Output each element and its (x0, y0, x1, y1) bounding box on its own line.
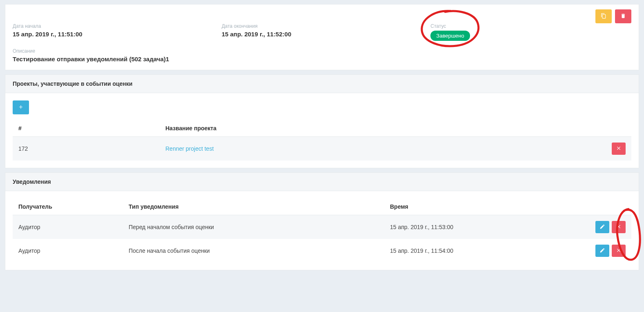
delete-button[interactable] (615, 9, 631, 23)
copy-icon (601, 13, 606, 20)
edit-notification-button[interactable] (595, 245, 609, 257)
trash-icon (620, 13, 626, 20)
notif-col-recipient: Получатель (13, 198, 123, 215)
projects-panel-title: Проекты, участвующие в событии оценки (5, 75, 639, 93)
end-date-label: Дата окончания (222, 23, 423, 29)
pencil-icon (599, 247, 605, 254)
notif-time: 15 апр. 2019 г., 11:54:00 (384, 239, 590, 263)
remove-notification-button[interactable] (612, 221, 626, 233)
notif-col-time: Время (384, 198, 590, 215)
table-row: АудиторПосле начала события оценки15 апр… (13, 239, 631, 263)
end-date-value: 15 апр. 2019 г., 11:52:00 (222, 31, 423, 38)
close-icon (616, 224, 622, 231)
table-row: АудиторПеред началом события оценки15 ап… (13, 215, 631, 239)
notif-type: Перед началом события оценки (123, 215, 384, 239)
project-num: 172 (13, 137, 160, 161)
plus-icon (18, 104, 24, 111)
remove-project-button[interactable] (612, 143, 626, 155)
pencil-icon (599, 224, 605, 231)
start-date-value: 15 апр. 2019 г., 11:51:00 (13, 31, 214, 38)
notifications-panel: Уведомления Получатель Тип уведомления В… (5, 172, 639, 270)
notifications-panel-title: Уведомления (5, 173, 639, 191)
table-row: 172Renner project test (13, 137, 631, 161)
status-field: Статус Завершено (430, 23, 631, 41)
notif-type: После начала события оценки (123, 239, 384, 263)
close-icon (616, 247, 622, 254)
status-badge: Завершено (430, 31, 470, 41)
notif-recipient: Аудитор (13, 215, 123, 239)
add-project-button[interactable] (13, 100, 29, 114)
close-icon (616, 145, 622, 152)
remove-notification-button[interactable] (612, 245, 626, 257)
description-label: Описание (13, 48, 631, 54)
notif-time: 15 апр. 2019 г., 11:53:00 (384, 215, 590, 239)
status-label: Статус (430, 23, 470, 29)
event-details-panel: Дата начала 15 апр. 2019 г., 11:51:00 Да… (5, 4, 639, 70)
projects-panel: Проекты, участвующие в событии оценки # … (5, 74, 639, 168)
event-info-grid: Дата начала 15 апр. 2019 г., 11:51:00 Да… (5, 23, 639, 48)
project-link[interactable]: Renner project test (165, 145, 214, 152)
description-value: Тестирование отправки уведомлений (502 з… (13, 56, 631, 62)
notifications-table: Получатель Тип уведомления Время Аудитор… (13, 198, 631, 263)
start-date-field: Дата начала 15 апр. 2019 г., 11:51:00 (13, 23, 214, 41)
projects-col-name: Название проекта (160, 120, 599, 137)
description-field: Описание Тестирование отправки уведомлен… (5, 48, 639, 70)
start-date-label: Дата начала (13, 23, 214, 29)
notif-recipient: Аудитор (13, 239, 123, 263)
end-date-field: Дата окончания 15 апр. 2019 г., 11:52:00 (222, 23, 423, 41)
projects-col-num: # (13, 120, 160, 137)
event-actions (5, 4, 639, 23)
copy-button[interactable] (595, 9, 612, 23)
notif-col-type: Тип уведомления (123, 198, 384, 215)
projects-table: # Название проекта 172Renner project tes… (13, 120, 631, 160)
edit-notification-button[interactable] (595, 221, 609, 233)
